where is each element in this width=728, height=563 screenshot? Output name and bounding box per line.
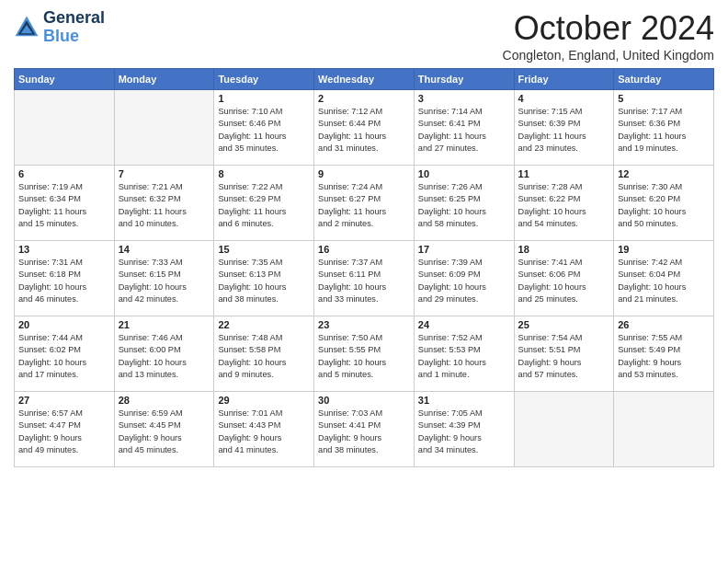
calendar-cell	[614, 392, 714, 467]
day-number: 29	[218, 395, 310, 406]
day-number: 10	[418, 168, 510, 179]
calendar-cell	[15, 90, 115, 166]
day-number: 19	[618, 244, 710, 255]
day-info: Sunrise: 7:39 AM Sunset: 6:09 PM Dayligh…	[418, 257, 510, 305]
calendar-cell: 26Sunrise: 7:55 AM Sunset: 5:49 PM Dayli…	[614, 316, 714, 392]
day-info: Sunrise: 7:15 AM Sunset: 6:39 PM Dayligh…	[518, 106, 610, 155]
calendar-cell: 10Sunrise: 7:26 AM Sunset: 6:25 PM Dayli…	[414, 166, 514, 241]
day-number: 15	[218, 244, 310, 255]
calendar-cell: 12Sunrise: 7:30 AM Sunset: 6:20 PM Dayli…	[614, 166, 714, 241]
day-number: 6	[18, 168, 110, 179]
calendar-cell: 27Sunrise: 6:57 AM Sunset: 4:47 PM Dayli…	[15, 392, 115, 467]
calendar-cell: 24Sunrise: 7:52 AM Sunset: 5:53 PM Dayli…	[414, 316, 514, 392]
calendar-cell: 22Sunrise: 7:48 AM Sunset: 5:58 PM Dayli…	[214, 316, 314, 392]
day-header-sunday: Sunday	[15, 69, 115, 90]
day-number: 5	[618, 93, 710, 104]
calendar-cell: 25Sunrise: 7:54 AM Sunset: 5:51 PM Dayli…	[514, 316, 614, 392]
calendar-cell: 6Sunrise: 7:19 AM Sunset: 6:34 PM Daylig…	[15, 166, 115, 241]
logo-icon	[14, 15, 40, 40]
week-row-2: 13Sunrise: 7:31 AM Sunset: 6:18 PM Dayli…	[15, 241, 714, 316]
day-info: Sunrise: 7:35 AM Sunset: 6:13 PM Dayligh…	[218, 257, 310, 305]
day-number: 25	[518, 319, 610, 330]
calendar-cell: 11Sunrise: 7:28 AM Sunset: 6:22 PM Dayli…	[514, 166, 614, 241]
calendar-cell: 8Sunrise: 7:22 AM Sunset: 6:29 PM Daylig…	[214, 166, 314, 241]
logo: General Blue	[14, 9, 105, 46]
day-info: Sunrise: 7:22 AM Sunset: 6:29 PM Dayligh…	[218, 181, 310, 230]
calendar-cell	[514, 392, 614, 467]
calendar-cell: 31Sunrise: 7:05 AM Sunset: 4:39 PM Dayli…	[414, 392, 514, 467]
calendar-cell: 4Sunrise: 7:15 AM Sunset: 6:39 PM Daylig…	[514, 90, 614, 166]
calendar-cell: 13Sunrise: 7:31 AM Sunset: 6:18 PM Dayli…	[15, 241, 115, 316]
calendar-cell: 14Sunrise: 7:33 AM Sunset: 6:15 PM Dayli…	[114, 241, 214, 316]
day-number: 26	[618, 319, 710, 330]
week-row-1: 6Sunrise: 7:19 AM Sunset: 6:34 PM Daylig…	[15, 166, 714, 241]
title-block: October 2024 Congleton, England, United …	[503, 9, 714, 63]
day-info: Sunrise: 7:10 AM Sunset: 6:46 PM Dayligh…	[218, 106, 310, 155]
day-info: Sunrise: 7:28 AM Sunset: 6:22 PM Dayligh…	[518, 181, 610, 230]
day-number: 12	[618, 168, 710, 179]
day-number: 16	[318, 244, 410, 255]
day-info: Sunrise: 7:41 AM Sunset: 6:06 PM Dayligh…	[518, 257, 610, 305]
day-info: Sunrise: 7:01 AM Sunset: 4:43 PM Dayligh…	[218, 408, 310, 456]
day-number: 30	[318, 395, 410, 406]
logo-line2: Blue	[43, 27, 79, 45]
day-number: 2	[318, 93, 410, 104]
day-info: Sunrise: 7:31 AM Sunset: 6:18 PM Dayligh…	[18, 257, 110, 305]
calendar-cell	[114, 90, 214, 166]
day-number: 21	[119, 319, 210, 330]
day-number: 28	[119, 395, 210, 406]
day-info: Sunrise: 7:21 AM Sunset: 6:32 PM Dayligh…	[119, 181, 210, 230]
calendar-cell: 29Sunrise: 7:01 AM Sunset: 4:43 PM Dayli…	[214, 392, 314, 467]
day-number: 7	[119, 168, 210, 179]
header: General Blue October 2024 Congleton, Eng…	[14, 9, 714, 63]
day-number: 22	[218, 319, 310, 330]
day-number: 23	[318, 319, 410, 330]
day-number: 9	[318, 168, 410, 179]
calendar-cell: 18Sunrise: 7:41 AM Sunset: 6:06 PM Dayli…	[514, 241, 614, 316]
day-info: Sunrise: 7:14 AM Sunset: 6:41 PM Dayligh…	[418, 106, 510, 155]
calendar-cell: 2Sunrise: 7:12 AM Sunset: 6:44 PM Daylig…	[314, 90, 415, 166]
day-info: Sunrise: 7:37 AM Sunset: 6:11 PM Dayligh…	[318, 257, 410, 305]
day-number: 14	[119, 244, 210, 255]
week-row-4: 27Sunrise: 6:57 AM Sunset: 4:47 PM Dayli…	[15, 392, 714, 467]
day-info: Sunrise: 6:57 AM Sunset: 4:47 PM Dayligh…	[18, 408, 110, 456]
day-info: Sunrise: 7:46 AM Sunset: 6:00 PM Dayligh…	[119, 332, 210, 381]
calendar-cell: 17Sunrise: 7:39 AM Sunset: 6:09 PM Dayli…	[414, 241, 514, 316]
day-info: Sunrise: 7:12 AM Sunset: 6:44 PM Dayligh…	[318, 106, 410, 155]
calendar-cell: 5Sunrise: 7:17 AM Sunset: 6:36 PM Daylig…	[614, 90, 714, 166]
day-number: 4	[518, 93, 610, 104]
day-header-monday: Monday	[114, 69, 214, 90]
day-number: 27	[18, 395, 110, 406]
day-info: Sunrise: 7:54 AM Sunset: 5:51 PM Dayligh…	[518, 332, 610, 381]
calendar-cell: 7Sunrise: 7:21 AM Sunset: 6:32 PM Daylig…	[114, 166, 214, 241]
calendar-cell: 9Sunrise: 7:24 AM Sunset: 6:27 PM Daylig…	[314, 166, 415, 241]
day-info: Sunrise: 7:50 AM Sunset: 5:55 PM Dayligh…	[318, 332, 410, 381]
calendar-cell: 21Sunrise: 7:46 AM Sunset: 6:00 PM Dayli…	[114, 316, 214, 392]
day-header-friday: Friday	[514, 69, 614, 90]
day-info: Sunrise: 7:44 AM Sunset: 6:02 PM Dayligh…	[18, 332, 110, 381]
calendar-cell: 15Sunrise: 7:35 AM Sunset: 6:13 PM Dayli…	[214, 241, 314, 316]
day-number: 18	[518, 244, 610, 255]
header-row: SundayMondayTuesdayWednesdayThursdayFrid…	[15, 69, 714, 90]
day-info: Sunrise: 7:52 AM Sunset: 5:53 PM Dayligh…	[418, 332, 510, 381]
day-info: Sunrise: 7:30 AM Sunset: 6:20 PM Dayligh…	[618, 181, 710, 230]
day-number: 13	[18, 244, 110, 255]
calendar-cell: 30Sunrise: 7:03 AM Sunset: 4:41 PM Dayli…	[314, 392, 415, 467]
calendar-cell: 16Sunrise: 7:37 AM Sunset: 6:11 PM Dayli…	[314, 241, 415, 316]
calendar-table: SundayMondayTuesdayWednesdayThursdayFrid…	[14, 68, 714, 467]
day-info: Sunrise: 7:24 AM Sunset: 6:27 PM Dayligh…	[318, 181, 410, 230]
calendar-cell: 3Sunrise: 7:14 AM Sunset: 6:41 PM Daylig…	[414, 90, 514, 166]
calendar-cell: 23Sunrise: 7:50 AM Sunset: 5:55 PM Dayli…	[314, 316, 415, 392]
month-title: October 2024	[503, 9, 714, 48]
day-info: Sunrise: 7:17 AM Sunset: 6:36 PM Dayligh…	[618, 106, 710, 155]
calendar-cell: 28Sunrise: 6:59 AM Sunset: 4:45 PM Dayli…	[114, 392, 214, 467]
calendar-cell: 1Sunrise: 7:10 AM Sunset: 6:46 PM Daylig…	[214, 90, 314, 166]
day-info: Sunrise: 7:55 AM Sunset: 5:49 PM Dayligh…	[618, 332, 710, 381]
calendar-cell: 19Sunrise: 7:42 AM Sunset: 6:04 PM Dayli…	[614, 241, 714, 316]
page: General Blue October 2024 Congleton, Eng…	[0, 0, 728, 477]
week-row-3: 20Sunrise: 7:44 AM Sunset: 6:02 PM Dayli…	[15, 316, 714, 392]
day-number: 11	[518, 168, 610, 179]
week-row-0: 1Sunrise: 7:10 AM Sunset: 6:46 PM Daylig…	[15, 90, 714, 166]
day-info: Sunrise: 6:59 AM Sunset: 4:45 PM Dayligh…	[119, 408, 210, 456]
day-header-tuesday: Tuesday	[214, 69, 314, 90]
